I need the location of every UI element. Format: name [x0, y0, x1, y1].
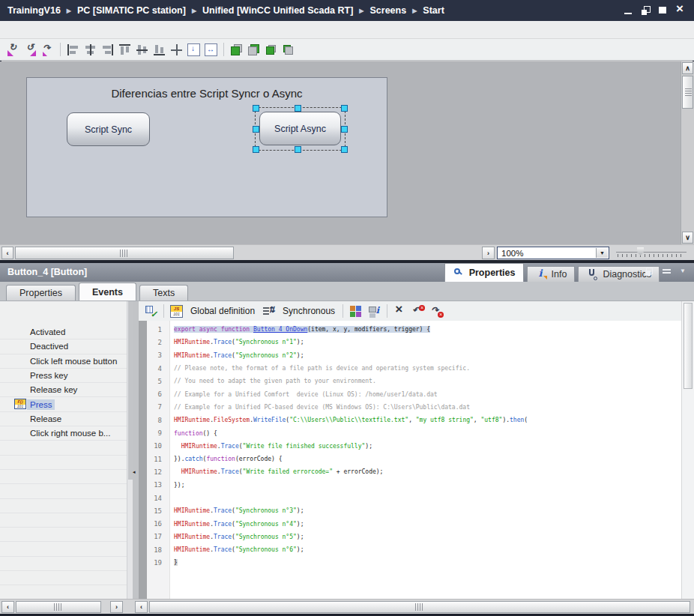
event-item[interactable]: Activated — [0, 325, 127, 339]
selection-handle[interactable] — [295, 146, 301, 153]
event-item[interactable]: Press key — [0, 369, 127, 383]
editor-vertical-scrollbar[interactable] — [681, 301, 694, 599]
scroll-left-icon[interactable]: ‹ — [135, 601, 148, 613]
hmi-button[interactable]: Script Sync — [67, 112, 150, 146]
zoom-select[interactable]: 100% ▼ — [497, 247, 609, 259]
selection-handle[interactable] — [341, 146, 348, 153]
previous-error-button[interactable] — [409, 303, 428, 319]
scroll-thumb[interactable] — [15, 247, 234, 259]
scroll-thumb[interactable] — [682, 76, 693, 109]
breadcrumb-item[interactable]: Screens — [370, 5, 407, 16]
bring-forward-button[interactable] — [262, 41, 280, 58]
scroll-right-icon[interactable]: › — [482, 247, 495, 259]
next-error-button[interactable] — [428, 303, 447, 319]
event-item[interactable]: Click left mouse button — [0, 354, 127, 369]
script-validate-button[interactable] — [142, 303, 160, 319]
event-item[interactable]: Press — [0, 397, 127, 411]
scroll-thumb[interactable] — [149, 601, 690, 613]
selection-handle[interactable] — [295, 105, 301, 112]
breadcrumb-item[interactable]: Unified [WinCC Unified Scada RT] — [202, 5, 353, 16]
screen-editor-canvas[interactable]: Diferencias entre Script Syncr o Async S… — [0, 61, 694, 244]
zoom-slider[interactable] — [616, 245, 687, 261]
scroll-left-icon[interactable]: ‹ — [1, 247, 13, 259]
snippets-button[interactable] — [346, 303, 365, 319]
scroll-right-icon[interactable]: › — [110, 601, 123, 613]
scroll-up-icon[interactable]: ∧ — [682, 62, 693, 74]
code-text[interactable]: HMIRuntime.Trace("Synchronous n°1"); — [174, 339, 304, 345]
selection-handle[interactable] — [253, 126, 259, 133]
canvas-vertical-scrollbar[interactable]: ∧ ∨ — [681, 61, 694, 244]
bring-to-front-button[interactable] — [228, 41, 245, 58]
canvas-horizontal-scrollbar[interactable]: ‹ › 100% ▼ — [0, 244, 694, 261]
selection-handle[interactable] — [253, 105, 259, 112]
align-center-vertical-button[interactable] — [82, 41, 99, 58]
chevron-down-icon[interactable]: ▼ — [596, 248, 608, 258]
event-item[interactable]: Deactived — [0, 339, 127, 354]
scroll-left-icon[interactable]: ‹ — [1, 601, 14, 613]
breadcrumb-item[interactable]: Start — [423, 5, 444, 16]
pane-splitter[interactable]: ◂ — [133, 301, 139, 599]
screen-panel[interactable]: Diferencias entre Script Syncr o Async S… — [26, 77, 387, 217]
collapse-left-icon[interactable]: ◂ — [133, 469, 136, 475]
scroll-thumb[interactable] — [16, 601, 101, 613]
synchronous-mode-button[interactable]: Synchronous — [283, 306, 335, 316]
code-text[interactable]: // Example for a Unified PC-based device… — [174, 404, 470, 411]
list-pane-icon[interactable] — [660, 266, 672, 278]
minimize-icon[interactable] — [623, 4, 635, 16]
align-left-button[interactable] — [64, 41, 82, 58]
send-to-back-button[interactable] — [245, 41, 262, 58]
subtab-events[interactable]: Events — [79, 283, 136, 301]
global-definition-button[interactable]: Global definition — [190, 306, 255, 316]
js-convert-button[interactable] — [167, 303, 186, 319]
subtab-texts[interactable]: Texts — [139, 285, 188, 301]
code-text[interactable]: HMIRuntime.Trace("Synchronous n°5"); — [174, 534, 304, 540]
breadcrumb-item[interactable]: TrainingV16 — [7, 5, 61, 16]
center-objects-button[interactable] — [168, 41, 185, 58]
flip-button[interactable] — [39, 41, 56, 58]
selection-handle[interactable] — [253, 146, 259, 153]
tab-info[interactable]: Info — [527, 266, 576, 282]
close-icon[interactable] — [675, 4, 687, 16]
match-width-button[interactable] — [202, 41, 220, 58]
send-backward-button[interactable] — [280, 41, 297, 58]
code-text[interactable]: }).catch(function(errorCode) { — [174, 456, 283, 462]
rotate-left-button[interactable] — [22, 41, 39, 58]
code-text[interactable]: export async function Button_4_OnDown(it… — [174, 326, 430, 333]
code-text[interactable]: HMIRuntime.Trace("Synchronous n°2"); — [174, 352, 304, 359]
maximize-icon[interactable] — [657, 4, 669, 16]
code-text[interactable]: HMIRuntime.Trace("Synchronous n°4"); — [174, 521, 304, 528]
code-text[interactable]: function() { — [174, 430, 217, 437]
subtab-properties[interactable]: Properties — [6, 285, 76, 301]
scroll-thumb[interactable] — [684, 303, 693, 389]
code-text[interactable]: HMIRuntime.Trace("Synchronous n°3"); — [174, 507, 304, 514]
delete-script-button[interactable] — [390, 303, 409, 319]
restore-icon[interactable] — [640, 4, 652, 16]
event-item[interactable]: Click right mouse b... — [0, 426, 127, 441]
breadcrumb-item[interactable]: PC [SIMATIC PC station] — [77, 5, 186, 16]
code-text[interactable]: HMIRuntime.Trace("Write file finished su… — [174, 443, 372, 450]
code-text[interactable]: // You need to adapt the given path to y… — [174, 378, 376, 384]
collapse-pane-icon[interactable] — [678, 266, 690, 278]
align-right-button[interactable] — [99, 41, 116, 58]
scroll-down-icon[interactable]: ∨ — [682, 232, 693, 244]
system-functions-button[interactable] — [365, 303, 384, 319]
sort-button[interactable] — [259, 303, 278, 319]
slider-track[interactable] — [616, 252, 687, 253]
selection-handle[interactable] — [341, 105, 348, 112]
code-area[interactable]: 1export async function Button_4_OnDown(i… — [139, 321, 682, 599]
float-pane-icon[interactable] — [643, 266, 655, 278]
align-bottom-button[interactable] — [151, 41, 168, 58]
match-height-button[interactable] — [185, 41, 202, 58]
code-text[interactable]: }); — [174, 482, 184, 489]
code-text[interactable]: HMIRuntime.FileSystem.WriteFile("C:\\Use… — [174, 417, 528, 423]
rotate-right-button[interactable] — [4, 41, 22, 58]
selection-handle[interactable] — [341, 126, 348, 133]
code-text[interactable]: // Example for a Unified Comfort device … — [174, 391, 438, 398]
align-middle-button[interactable] — [133, 41, 151, 58]
code-text[interactable]: // Please note, the format of a file pat… — [174, 365, 470, 372]
code-text[interactable]: } — [174, 559, 178, 566]
align-top-button[interactable] — [116, 41, 133, 58]
event-item[interactable]: Release key — [0, 383, 127, 397]
code-text[interactable]: HMIRuntime.Trace("Synchronous n°6"); — [174, 546, 304, 553]
event-item[interactable]: Release — [0, 412, 127, 426]
